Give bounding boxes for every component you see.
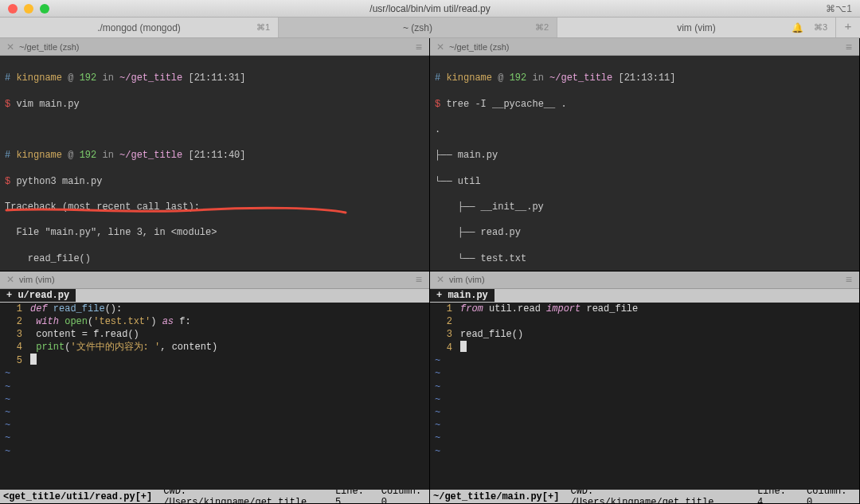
close-icon[interactable]: ✕: [436, 41, 444, 53]
command: tree -I __pycache__ .: [446, 99, 566, 110]
string-literal: '文件中的内容为: ': [70, 342, 160, 353]
tree-line: ├── __init__.py: [435, 201, 854, 213]
keyword: from: [460, 303, 483, 315]
vim-tab[interactable]: + u/read.py: [0, 289, 76, 302]
line-number: 2: [435, 315, 452, 328]
pane-header: ✕ ~/get_title (zsh) ≡: [430, 38, 859, 56]
status-file: ~/get_title/main.py[+]: [433, 491, 559, 502]
vim-tilde: ~: [435, 406, 854, 419]
cursor: [460, 341, 467, 352]
line-number: 1: [435, 303, 452, 315]
pane-header: ✕ ~/get_title (zsh) ≡: [0, 38, 429, 56]
close-icon[interactable]: ✕: [436, 274, 444, 285]
hamburger-icon[interactable]: ≡: [846, 273, 853, 286]
pane-header: ✕ vim (vim) ≡: [430, 272, 859, 289]
prompt-cwd: ~/get_title: [119, 150, 182, 161]
status-file: <get_title/util/read.py[+]: [3, 491, 152, 502]
line-number: 4: [5, 341, 22, 354]
editor-area[interactable]: 1from util.read import read_file 2 3read…: [430, 303, 859, 490]
vim-tilde: ~: [435, 393, 854, 406]
string-literal: 'test.txt': [93, 316, 150, 327]
code-text: read_file(): [460, 329, 523, 340]
tab-shortcut: ⌘2: [535, 22, 549, 33]
close-icon[interactable]: ✕: [6, 274, 14, 285]
prompt-host: 192: [510, 72, 527, 84]
code-text: , content): [160, 342, 217, 353]
prompt-at: @: [498, 72, 503, 84]
builtin: print: [36, 342, 64, 353]
function-name: read_file: [53, 303, 105, 315]
vim-statusline: ~/get_title/main.py[+] CWD: /Users/kingn…: [430, 490, 859, 503]
prompt-hash: #: [435, 72, 440, 84]
tab-label: ./mongod (mongod): [97, 22, 181, 33]
close-icon[interactable]: ✕: [6, 41, 14, 53]
vim-tilde: ~: [435, 445, 854, 458]
prompt-time: [21:11:31]: [188, 72, 245, 84]
pane-header-title: vim (vim): [449, 275, 485, 284]
command: python3 main.py: [16, 176, 102, 187]
vim-tilde: ~: [435, 432, 854, 444]
line-number: 2: [5, 315, 22, 328]
line-number: 3: [5, 328, 22, 341]
pane-bottom-right: ✕ vim (vim) ≡ + main.py 1from util.read …: [430, 272, 860, 505]
bell-icon: 🔔: [792, 22, 803, 33]
traceback-line: read_file(): [5, 252, 424, 265]
keyword: with: [36, 316, 59, 327]
prompt-in: in: [532, 72, 543, 84]
hamburger-icon[interactable]: ≡: [416, 41, 423, 53]
vim-tab-label: main.py: [448, 290, 487, 301]
prompt-in: in: [102, 72, 113, 84]
prompt-hash: #: [5, 150, 10, 161]
keyword: import: [546, 303, 580, 315]
tree-line: ├── main.py: [435, 149, 854, 162]
hamburger-icon[interactable]: ≡: [416, 273, 423, 286]
vim-tilde: ~: [5, 419, 424, 432]
prompt-at: @: [68, 72, 73, 84]
tab-vim[interactable]: vim (vim) 🔔 ⌘3: [557, 18, 836, 37]
vim-tilde: ~: [435, 381, 854, 393]
tab-mongod[interactable]: ./mongod (mongod) ⌘1: [0, 18, 279, 37]
line-number: 1: [5, 303, 22, 315]
vim-tab[interactable]: + main.py: [430, 289, 494, 302]
vim-tilde: ~: [5, 406, 424, 419]
terminal-output[interactable]: # kingname @ 192 in ~/get_title [21:13:1…: [430, 56, 859, 271]
editor-area[interactable]: 1def read_file(): 2 with open('test.txt'…: [0, 303, 429, 490]
tab-label: ~ (zsh): [403, 22, 432, 33]
vim-tilde: ~: [5, 445, 424, 458]
pane-header: ✕ vim (vim) ≡: [0, 272, 429, 289]
app-tabstrip: ./mongod (mongod) ⌘1 ~ (zsh) ⌘2 vim (vim…: [0, 18, 860, 38]
vim-tilde: ~: [435, 367, 854, 380]
code-text: util.read: [489, 303, 541, 315]
prompt-user: kingname: [446, 72, 492, 84]
pane-header-title: ~/get_title (zsh): [449, 42, 510, 52]
tree-line: └── test.txt: [435, 252, 854, 265]
prompt-dollar: $: [5, 176, 10, 187]
command: vim main.py: [16, 99, 79, 110]
pane-header-title: vim (vim): [19, 275, 55, 284]
add-tab-button[interactable]: +: [836, 18, 860, 37]
keyword: as: [162, 316, 174, 327]
pane-grid: ✕ ~/get_title (zsh) ≡ # kingname @ 192 i…: [0, 38, 860, 504]
prompt-cwd: ~/get_title: [549, 72, 612, 84]
prompt-host: 192: [80, 150, 97, 161]
vim-tilde: ~: [5, 432, 424, 444]
line-number: 3: [435, 328, 452, 341]
code-text: f:: [174, 316, 191, 327]
tree-line: ├── read.py: [435, 226, 854, 239]
pane-top-left: ✕ ~/get_title (zsh) ≡ # kingname @ 192 i…: [0, 38, 430, 272]
hamburger-icon[interactable]: ≡: [846, 41, 853, 53]
tab-shortcut: ⌘1: [256, 22, 270, 33]
prompt-hash: #: [5, 72, 10, 84]
keyword: def: [30, 303, 48, 315]
tree-line: .: [435, 123, 854, 136]
tab-zsh[interactable]: ~ (zsh) ⌘2: [279, 18, 557, 37]
prompt-dollar: $: [435, 99, 440, 110]
cursor: [30, 354, 37, 365]
code-text: read_file: [586, 303, 638, 315]
vim-tilde: ~: [435, 354, 854, 367]
line-number: 5: [5, 354, 22, 367]
terminal-output[interactable]: # kingname @ 192 in ~/get_title [21:11:3…: [0, 56, 429, 271]
prompt-time: [21:11:40]: [188, 150, 245, 161]
tab-label: vim (vim): [677, 22, 716, 33]
vim-statusline: <get_title/util/read.py[+] CWD: /Users/k…: [0, 490, 429, 503]
